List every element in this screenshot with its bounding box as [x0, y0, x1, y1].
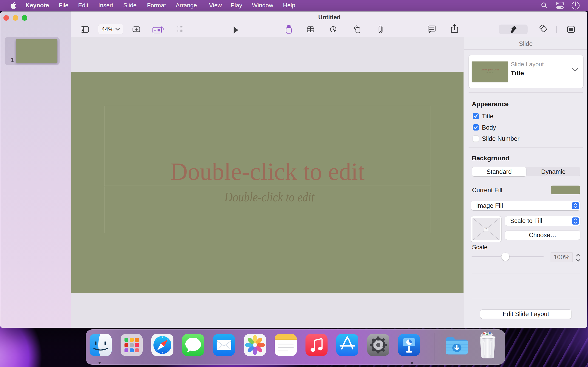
- svg-text:?: ?: [485, 228, 487, 231]
